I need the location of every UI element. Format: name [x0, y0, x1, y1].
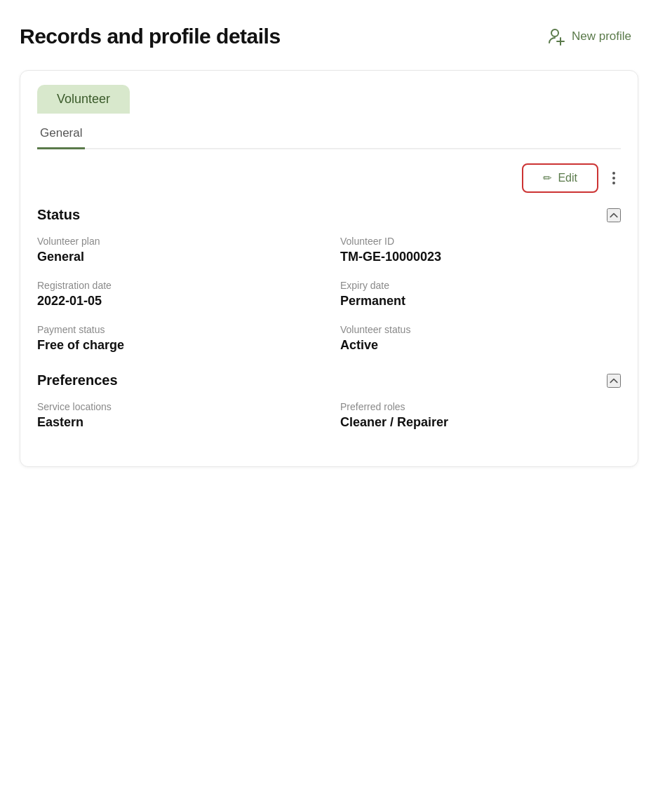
status-section-title: Status [37, 207, 80, 223]
preferences-chevron-up-icon [608, 375, 619, 386]
field-volunteer-plan: Volunteer plan General [37, 236, 318, 264]
svg-point-0 [551, 29, 558, 36]
dot-2 [612, 177, 615, 180]
new-profile-label: New profile [572, 29, 631, 43]
dot-1 [612, 172, 615, 175]
tab-general[interactable]: General [37, 119, 85, 149]
preferences-section: Preferences Service locations Eastern Pr… [37, 372, 621, 430]
edit-button[interactable]: ✏ Edit [522, 163, 598, 193]
status-section-header: Status [37, 207, 621, 223]
field-label-volunteer-id: Volunteer ID [340, 236, 621, 247]
edit-label: Edit [558, 172, 577, 184]
field-expiry-date: Expiry date Permanent [340, 280, 621, 309]
more-options-button[interactable] [607, 168, 621, 189]
preferences-collapse-button[interactable] [607, 374, 621, 388]
profile-card: Volunteer General ✏ Edit [20, 70, 638, 467]
field-label-registration-date: Registration date [37, 280, 318, 291]
preferences-fields-grid: Service locations Eastern Preferred role… [37, 401, 621, 430]
new-profile-button[interactable]: New profile [539, 22, 638, 50]
field-value-volunteer-id: TM-GE-10000023 [340, 250, 621, 264]
new-profile-icon [546, 27, 566, 46]
field-service-locations: Service locations Eastern [37, 401, 318, 430]
field-value-registration-date: 2022-01-05 [37, 294, 318, 309]
toolbar-row: ✏ Edit [37, 163, 621, 193]
field-volunteer-id: Volunteer ID TM-GE-10000023 [340, 236, 621, 264]
field-label-payment-status: Payment status [37, 324, 318, 335]
field-payment-status: Payment status Free of charge [37, 324, 318, 353]
field-label-preferred-roles: Preferred roles [340, 401, 621, 412]
status-collapse-button[interactable] [607, 208, 621, 222]
page-title: Records and profile details [20, 25, 281, 48]
field-value-volunteer-status: Active [340, 338, 621, 353]
preferences-section-header: Preferences [37, 372, 621, 388]
field-volunteer-status: Volunteer status Active [340, 324, 621, 353]
field-value-payment-status: Free of charge [37, 338, 318, 353]
field-label-service-locations: Service locations [37, 401, 318, 412]
field-preferred-roles: Preferred roles Cleaner / Repairer [340, 401, 621, 430]
preferences-section-title: Preferences [37, 372, 118, 388]
status-section: Status Volunteer plan General Voluntee [37, 207, 621, 353]
field-label-expiry-date: Expiry date [340, 280, 621, 291]
status-fields-grid: Volunteer plan General Volunteer ID TM-G… [37, 236, 621, 353]
page-header: Records and profile details New profile [20, 22, 638, 50]
field-label-volunteer-plan: Volunteer plan [37, 236, 318, 247]
field-value-service-locations: Eastern [37, 415, 318, 430]
dot-3 [612, 182, 615, 184]
field-registration-date: Registration date 2022-01-05 [37, 280, 318, 309]
tab-nav: General [37, 114, 621, 149]
tab-area: Volunteer [20, 71, 638, 114]
field-label-volunteer-status: Volunteer status [340, 324, 621, 335]
field-value-preferred-roles: Cleaner / Repairer [340, 415, 621, 430]
field-value-expiry-date: Permanent [340, 294, 621, 309]
field-value-volunteer-plan: General [37, 250, 318, 264]
edit-icon: ✏ [543, 172, 552, 184]
chevron-up-icon [608, 210, 619, 221]
tab-volunteer[interactable]: Volunteer [37, 85, 130, 114]
